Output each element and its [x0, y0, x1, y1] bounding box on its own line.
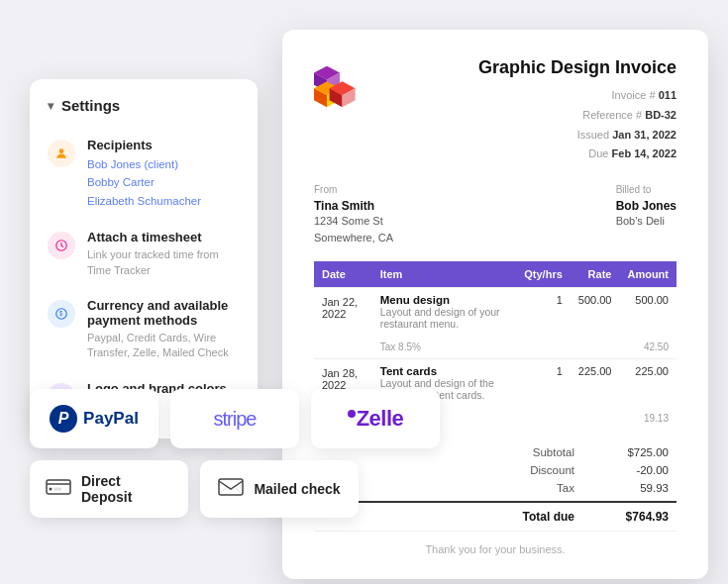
- item1-qty: 1: [516, 288, 571, 337]
- col-qty: Qty/hrs: [516, 261, 571, 288]
- reference-label: Reference #: [582, 109, 642, 121]
- svg-rect-4: [47, 480, 70, 494]
- issued-value: Jan 31, 2022: [612, 129, 676, 141]
- issued-label: Issued: [577, 129, 609, 141]
- item1-tax-label: Tax 8.5%: [372, 336, 517, 359]
- billed-to-company: Bob's Deli: [616, 213, 676, 230]
- col-item: Item: [372, 261, 517, 288]
- mailed-check-card[interactable]: Mailed check: [200, 460, 359, 518]
- subtotal-value: $725.00: [604, 446, 669, 458]
- recipient-link-2[interactable]: Bobby Carter: [87, 173, 201, 191]
- direct-deposit-icon: [46, 475, 71, 503]
- timesheet-desc: Link your tracked time from Time Tracker: [87, 247, 240, 278]
- paypal-p-icon: P: [50, 405, 77, 433]
- item1-date: Jan 22, 2022: [314, 288, 372, 359]
- subtotal-label: Subtotal: [495, 446, 574, 458]
- invoice-meta: Invoice # 011 Reference # BD-32 Issued J…: [478, 86, 676, 164]
- currency-icon: $: [48, 300, 75, 328]
- table-header-row: Date Item Qty/hrs Rate Amount: [314, 261, 676, 288]
- item2-qty: 1: [516, 359, 571, 408]
- zelle-dot-icon: [348, 410, 356, 418]
- svg-text:$: $: [59, 310, 63, 317]
- table-row: Jan 22, 2022 Menu design Layout and desi…: [314, 288, 676, 337]
- recipient-link-3[interactable]: Elizabeth Schumacher: [87, 192, 201, 210]
- reference-value: BD-32: [645, 109, 676, 121]
- discount-label: Discount: [495, 464, 574, 476]
- item2-amount: 225.00: [619, 359, 676, 408]
- settings-header[interactable]: ▾ Settings: [30, 97, 258, 128]
- item1-desc: Layout and design of your restaurant men…: [380, 306, 509, 330]
- billed-to-name: Bob Jones: [616, 199, 676, 213]
- item1-name: Menu design: [380, 294, 509, 306]
- col-date: Date: [314, 261, 372, 288]
- zelle-label: Zelle: [348, 406, 404, 432]
- invoice-footer-text: Thank you for your business.: [425, 543, 565, 555]
- item2-tax-amount: 19.13: [619, 407, 676, 430]
- mailed-check-label: Mailed check: [254, 481, 340, 497]
- chevron-icon: ▾: [48, 99, 53, 113]
- payment-logos-row: P PayPal stripe Zelle: [30, 389, 440, 448]
- discount-value: -20.00: [604, 464, 669, 476]
- payment-cards-container: P PayPal stripe Zelle Direct Deposit: [30, 389, 440, 530]
- direct-deposit-card[interactable]: Direct Deposit: [30, 460, 188, 518]
- invoice-num-label: Invoice #: [612, 89, 656, 101]
- recipient-link-1[interactable]: Bob Jones (client): [87, 155, 201, 173]
- svg-rect-6: [53, 488, 61, 491]
- timesheet-title: Attach a timesheet: [87, 230, 240, 244]
- from-label: From: [314, 184, 393, 195]
- currency-title: Currency and available payment methods: [87, 298, 240, 328]
- settings-section-currency[interactable]: $ Currency and available payment methods…: [30, 288, 258, 371]
- invoice-header: Graphic Design Invoice Invoice # 011 Ref…: [314, 57, 676, 164]
- invoice-logo: [314, 57, 365, 109]
- invoice-num-value: 011: [659, 89, 676, 101]
- settings-panel: ▾ Settings Recipients Bob Jones (client)…: [30, 79, 258, 438]
- stripe-label: stripe: [214, 408, 257, 431]
- tax-label: Tax: [495, 482, 574, 494]
- recipients-icon: [48, 140, 75, 167]
- invoice-title: Graphic Design Invoice: [478, 57, 676, 78]
- total-due-label: Total due: [495, 510, 574, 524]
- item1-amount: 500.00: [619, 288, 676, 337]
- item1-tax-amount: 42.50: [619, 336, 676, 359]
- stripe-card[interactable]: stripe: [170, 389, 299, 448]
- billed-to-label: Billed to: [616, 184, 676, 195]
- col-rate: Rate: [571, 261, 620, 288]
- billed-to-address: Billed to Bob Jones Bob's Deli: [616, 184, 676, 245]
- item1-name-cell: Menu design Layout and design of your re…: [372, 288, 517, 337]
- svg-point-0: [59, 148, 64, 153]
- mailed-check-icon: [218, 475, 244, 503]
- settings-section-recipients[interactable]: Recipients Bob Jones (client) Bobby Cart…: [30, 128, 258, 220]
- paypal-card[interactable]: P PayPal: [30, 389, 158, 448]
- currency-content: Currency and available payment methods P…: [87, 298, 240, 361]
- settings-title: Settings: [61, 97, 120, 114]
- item1-rate: 500.00: [571, 288, 620, 337]
- from-line2: Somewhere, CA: [314, 230, 393, 246]
- paypal-logo: P PayPal: [50, 405, 139, 433]
- paypal-label: PayPal: [83, 409, 139, 429]
- due-label: Due: [588, 147, 608, 159]
- currency-desc: Paypal, Credit Cards, Wire Transfer, Zel…: [87, 331, 240, 361]
- settings-section-timesheet[interactable]: Attach a timesheet Link your tracked tim…: [30, 220, 258, 288]
- from-name: Tina Smith: [314, 199, 393, 213]
- tax-value: 59.93: [604, 482, 669, 494]
- recipients-content: Recipients Bob Jones (client) Bobby Cart…: [87, 138, 201, 210]
- svg-rect-7: [219, 479, 243, 495]
- recipients-title: Recipients: [87, 138, 201, 152]
- zelle-card[interactable]: Zelle: [311, 389, 440, 448]
- timesheet-content: Attach a timesheet Link your tracked tim…: [87, 230, 240, 278]
- from-address: From Tina Smith 1234 Some St Somewhere, …: [314, 184, 393, 245]
- invoice-footer: Thank you for your business.: [314, 531, 676, 555]
- svg-point-5: [50, 488, 52, 491]
- col-amount: Amount: [619, 261, 676, 288]
- item2-name: Tent cards: [380, 365, 509, 377]
- invoice-addresses: From Tina Smith 1234 Some St Somewhere, …: [314, 184, 676, 245]
- timesheet-icon: [48, 232, 75, 259]
- invoice-title-block: Graphic Design Invoice Invoice # 011 Ref…: [478, 57, 676, 164]
- recipients-links[interactable]: Bob Jones (client) Bobby Carter Elizabet…: [87, 155, 201, 210]
- direct-deposit-label: Direct Deposit: [81, 473, 172, 505]
- from-line1: 1234 Some St: [314, 213, 393, 230]
- payment-methods-row: Direct Deposit Mailed check: [30, 460, 440, 518]
- total-due-value: $764.93: [604, 510, 669, 524]
- item2-rate: 225.00: [571, 359, 620, 408]
- due-value: Feb 14, 2022: [612, 147, 676, 159]
